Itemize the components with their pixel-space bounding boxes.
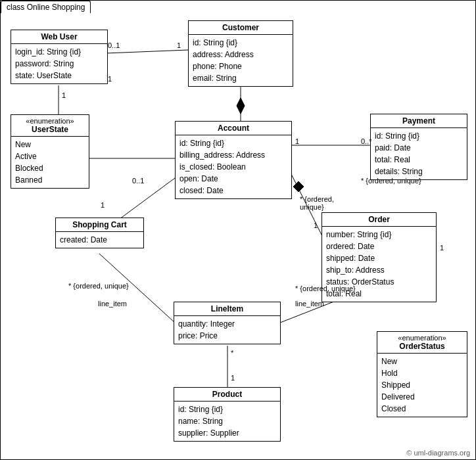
order-attr-2: ordered: Date — [326, 241, 432, 252]
user-state-body: New Active Blocked Banned — [11, 137, 89, 188]
user-state-attr-4: Banned — [15, 174, 85, 186]
payment-attr-2: paid: Date — [375, 142, 463, 154]
user-state-attr-3: Blocked — [15, 162, 85, 174]
label-account-order-constraint: * {ordered,unique} — [300, 195, 334, 211]
customer-attr-1: id: String {id} — [193, 37, 289, 49]
web-user-attr-3: state: UserState — [15, 70, 103, 81]
customer-attr-2: address: Address — [193, 49, 289, 60]
account-attr-5: closed: Date — [179, 185, 287, 196]
product-body: id: String {id} name: String supplier: S… — [174, 402, 280, 441]
order-header: Order — [322, 213, 436, 227]
user-state-header: UserState — [11, 115, 89, 137]
product-attr-1: id: String {id} — [178, 403, 276, 415]
user-state-class: UserState New Active Blocked Banned — [11, 114, 89, 189]
label-webuser-account-bottom: 1 — [62, 91, 66, 99]
order-attr-3: shipped: Date — [326, 252, 432, 264]
customer-attr-3: phone: Phone — [193, 60, 289, 72]
diagram-tab: class Online Shopping — [1, 1, 91, 13]
product-attr-3: supplier: Supplier — [178, 427, 276, 439]
web-user-body: login_id: String {id} password: String s… — [11, 44, 107, 83]
shopping-cart-class: Shopping Cart created: Date — [55, 218, 144, 248]
shopping-cart-attr-1: created: Date — [60, 234, 139, 246]
account-body: id: String {id} billing_address: Address… — [176, 135, 291, 198]
order-status-attr-4: Delivered — [381, 391, 463, 403]
label-webuser-account-top: 1 — [108, 75, 112, 83]
account-header: Account — [176, 122, 291, 135]
user-state-attr-1: New — [15, 139, 85, 150]
customer-header: Customer — [189, 21, 293, 35]
web-user-header: Web User — [11, 30, 107, 44]
label-cart-lineitem-constraint: * {ordered, unique} — [68, 282, 129, 290]
line-item-body: quantity: Integer price: Price — [174, 316, 280, 344]
svg-marker-10 — [237, 98, 245, 114]
diagram-container: class Online Shopping Web User — [0, 0, 476, 460]
payment-attr-4: details: String — [375, 166, 463, 177]
shopping-cart-header: Shopping Cart — [56, 218, 143, 232]
order-status-attr-5: Closed — [381, 403, 463, 415]
payment-attr-1: id: String {id} — [375, 130, 463, 142]
customer-body: id: String {id} address: Address phone: … — [189, 35, 293, 86]
order-status-attr-3: Shipped — [381, 379, 463, 391]
label-order-lineitem-constraint: * {ordered, unique} — [295, 285, 356, 292]
user-state-attr-2: Active — [15, 150, 85, 162]
web-user-class: Web User login_id: String {id} password:… — [11, 30, 108, 84]
account-attr-3: is_closed: Boolean — [179, 161, 287, 173]
order-status-attr-2: Hold — [381, 367, 463, 379]
label-lineitem-product-bottom: 1 — [231, 374, 235, 382]
account-attr-2: billing_address: Address — [179, 149, 287, 161]
web-user-attr-2: password: String — [15, 58, 103, 70]
line-item-class: LineItem quantity: Integer price: Price — [174, 302, 281, 344]
customer-attr-4: email: String — [193, 72, 289, 84]
product-header: Product — [174, 388, 280, 402]
order-status-header: OrderStatus — [377, 332, 467, 354]
copyright: © uml-diagrams.org — [406, 449, 470, 457]
label-account-payment-left: 1 — [295, 137, 299, 145]
svg-line-0 — [106, 50, 188, 53]
payment-header: Payment — [371, 114, 467, 128]
payment-class: Payment id: String {id} paid: Date total… — [370, 114, 467, 180]
line-item-attr-1: quantity: Integer — [178, 318, 276, 330]
label-order-right: 1 — [440, 244, 444, 252]
label-account-payment-right: 0..* — [361, 137, 372, 145]
payment-attr-3: total: Real — [375, 154, 463, 166]
order-status-body: New Hold Shipped Delivered Closed — [377, 354, 467, 417]
web-user-attr-1: login_id: String {id} — [15, 46, 103, 58]
customer-class: Customer id: String {id} address: Addres… — [188, 20, 293, 87]
order-attr-4: ship_to: Address — [326, 264, 432, 276]
order-status-class: OrderStatus New Hold Shipped Delivered C… — [377, 331, 467, 417]
svg-marker-11 — [293, 181, 304, 192]
label-lineitem-product-top: * — [231, 349, 233, 357]
line-item-attr-2: price: Price — [178, 330, 276, 342]
account-attr-4: open: Date — [179, 173, 287, 185]
account-attr-1: id: String {id} — [179, 137, 287, 149]
label-webuser-customer-right: 1 — [177, 41, 181, 49]
label-webuser-customer-left: 0..1 — [108, 41, 120, 49]
account-class: Account id: String {id} billing_address:… — [175, 121, 292, 199]
label-account-order-right: 1 — [314, 221, 318, 229]
payment-body: id: String {id} paid: Date total: Real d… — [371, 128, 467, 179]
line-item-header: LineItem — [174, 302, 280, 316]
shopping-cart-body: created: Date — [56, 232, 143, 248]
product-class: Product id: String {id} name: String sup… — [174, 387, 281, 442]
order-status-attr-1: New — [381, 356, 463, 367]
label-account-cart-bottom: 1 — [101, 201, 105, 209]
order-attr-1: number: String {id} — [326, 229, 432, 241]
label-account-cart-top: 0..1 — [132, 177, 144, 185]
label-payment-constraint: * {ordered, unique} — [361, 177, 421, 185]
label-order-lineitem-name: line_item — [295, 300, 324, 308]
product-attr-2: name: String — [178, 415, 276, 427]
label-cart-lineitem-name: line_item — [98, 300, 127, 308]
